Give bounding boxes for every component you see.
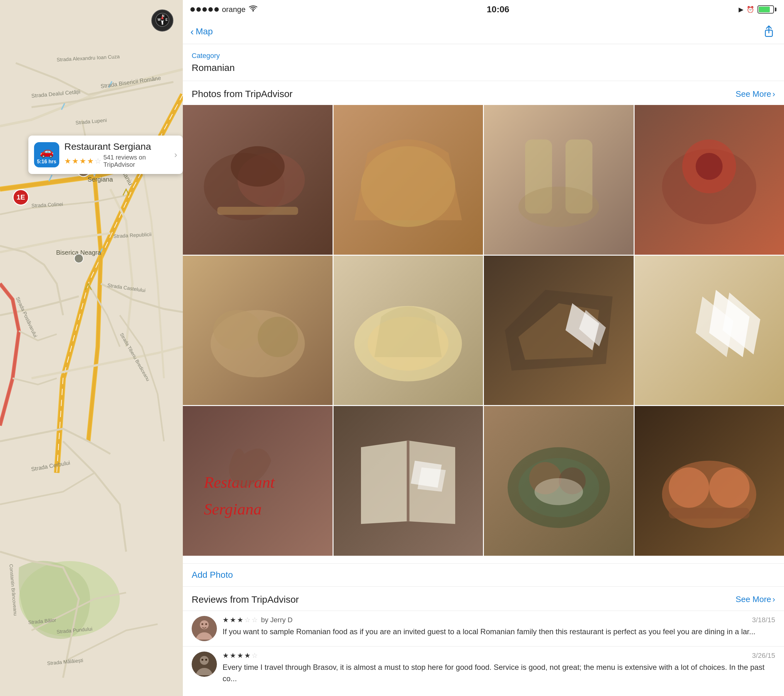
reviews-section: Reviews from TripAdvisor See More › <box>183 587 784 696</box>
reviews-see-more-label: See More <box>736 594 771 604</box>
svg-point-70 <box>200 656 209 665</box>
svg-point-35 <box>252 10 254 12</box>
back-label: Map <box>196 26 213 36</box>
review-item-1: ★ ★ ★ ☆ ☆ by Jerry D 3/18/15 If you want… <box>183 610 784 646</box>
photo-10[interactable] <box>334 406 483 556</box>
back-button[interactable]: ‹ Map <box>190 26 213 36</box>
photo-11[interactable] <box>484 406 634 556</box>
svg-point-67 <box>201 623 203 625</box>
carrier-name: orange <box>222 5 245 14</box>
svg-text:Sergiana: Sergiana <box>87 176 113 183</box>
svg-rect-64 <box>669 508 749 518</box>
photos-section: Photos from TripAdvisor See More › <box>183 81 784 563</box>
r1-star-3: ★ <box>237 616 243 624</box>
svg-point-63 <box>709 467 749 508</box>
signal-dot-3 <box>203 7 207 12</box>
reviews-header: Reviews from TripAdvisor See More › <box>183 594 784 610</box>
photo-8[interactable] <box>634 256 784 405</box>
star-rating: ★ ★ ★ ★ ☆ <box>64 157 102 166</box>
review-item-2: ★ ★ ★ ★ ☆ 3/26/15 Every time I travel th… <box>183 646 784 689</box>
star-4: ★ <box>87 157 94 166</box>
photo-grid: Restaurant Sergiana <box>183 105 784 556</box>
svg-point-39 <box>231 146 285 186</box>
photo-5[interactable] <box>183 256 333 405</box>
r2-star-2: ★ <box>230 652 236 660</box>
star-3: ★ <box>79 157 86 166</box>
svg-text:E: E <box>165 18 168 21</box>
photos-see-more-label: See More <box>736 89 771 99</box>
right-panel: orange 10:06 ▶ ⏰ <box>183 0 784 696</box>
svg-text:N: N <box>162 14 164 18</box>
photos-see-more-chevron: › <box>772 89 775 99</box>
place-info: Restaurant Sergiana ★ ★ ★ ★ ☆ 541 review… <box>64 141 167 168</box>
r1-star-1: ★ <box>222 616 229 624</box>
share-button[interactable] <box>761 24 776 39</box>
status-time: 10:06 <box>487 5 509 15</box>
signal-dot-5 <box>214 7 219 12</box>
photo-2[interactable] <box>334 105 483 255</box>
r2-star-5: ☆ <box>252 652 258 660</box>
signal-dot-4 <box>208 7 213 12</box>
place-rating: ★ ★ ★ ★ ☆ 541 reviews on TripAdvisor <box>64 154 167 168</box>
category-section: Category Romanian <box>183 44 784 81</box>
status-bar: orange 10:06 ▶ ⏰ <box>183 0 784 19</box>
status-right: ▶ ⏰ <box>739 5 776 13</box>
place-icon: 🚗 5:16 hrs <box>34 142 59 167</box>
svg-point-50 <box>257 317 298 357</box>
review-stars-2: ★ ★ ★ ★ ☆ <box>222 652 258 660</box>
battery-indicator <box>758 5 776 13</box>
svg-point-68 <box>205 623 207 625</box>
review-content-1: ★ ★ ★ ☆ ☆ by Jerry D 3/18/15 If you want… <box>222 616 775 641</box>
alarm-icon: ⏰ <box>746 6 754 13</box>
svg-point-62 <box>669 467 709 508</box>
add-photo-button[interactable]: Add Photo <box>192 570 233 580</box>
review-meta-2: ★ ★ ★ ★ ☆ 3/26/15 <box>222 652 775 660</box>
photos-header: Photos from TripAdvisor See More › <box>183 89 784 105</box>
road-badge: 1E <box>13 189 29 206</box>
svg-point-49 <box>213 310 262 350</box>
review-date-1: 3/18/15 <box>752 616 775 624</box>
place-name: Restaurant Sergiana <box>64 141 167 152</box>
signal-dot-1 <box>190 7 195 12</box>
r2-star-3: ★ <box>237 652 243 660</box>
map-panel: Strada Bisericii Române Strada Dealul Ce… <box>0 0 183 696</box>
svg-point-66 <box>200 620 209 629</box>
nav-bar: ‹ Map <box>183 19 784 44</box>
svg-point-60 <box>534 478 583 505</box>
callout-chevron: › <box>174 150 177 160</box>
review-date-2: 3/26/15 <box>752 652 775 660</box>
wifi-icon <box>249 5 257 14</box>
reviews-see-more[interactable]: See More › <box>736 594 775 604</box>
map-background: Strada Bisericii Române Strada Dealul Ce… <box>0 0 183 696</box>
svg-text:Sergiana: Sergiana <box>204 500 261 518</box>
review-text-1: If you want to sample Romanian food as i… <box>222 626 775 637</box>
photo-9[interactable]: Restaurant Sergiana <box>183 406 333 556</box>
svg-point-25 <box>74 254 83 263</box>
photo-1[interactable] <box>183 105 333 255</box>
signal-strength <box>190 7 219 12</box>
detail-content: Category Romanian Photos from TripAdviso… <box>183 44 784 696</box>
place-callout[interactable]: 🚗 5:16 hrs Restaurant Sergiana ★ ★ ★ ★ ☆… <box>28 135 183 174</box>
review-count: 541 reviews on TripAdvisor <box>104 154 167 168</box>
review-content-2: ★ ★ ★ ★ ☆ 3/26/15 Every time I travel th… <box>222 652 775 684</box>
photo-3[interactable] <box>484 105 634 255</box>
svg-point-47 <box>696 153 723 180</box>
battery-body <box>758 5 774 13</box>
category-value: Romanian <box>192 63 775 73</box>
svg-point-71 <box>201 659 203 661</box>
r1-star-2: ★ <box>230 616 236 624</box>
photo-12[interactable] <box>634 406 784 556</box>
signal-dot-2 <box>196 7 201 12</box>
star-1: ★ <box>64 157 71 166</box>
svg-rect-40 <box>217 207 298 215</box>
photo-6[interactable] <box>334 256 483 405</box>
review-text-2: Every time I travel through Brasov, it i… <box>222 661 775 684</box>
share-icon <box>763 25 774 38</box>
star-2: ★ <box>72 157 79 166</box>
photo-4[interactable] <box>634 105 784 255</box>
compass: N S W E <box>151 10 173 31</box>
photos-title: Photos from TripAdvisor <box>192 89 293 99</box>
photo-7[interactable] <box>484 256 634 405</box>
photos-see-more[interactable]: See More › <box>736 89 775 99</box>
r2-star-4: ★ <box>244 652 250 660</box>
